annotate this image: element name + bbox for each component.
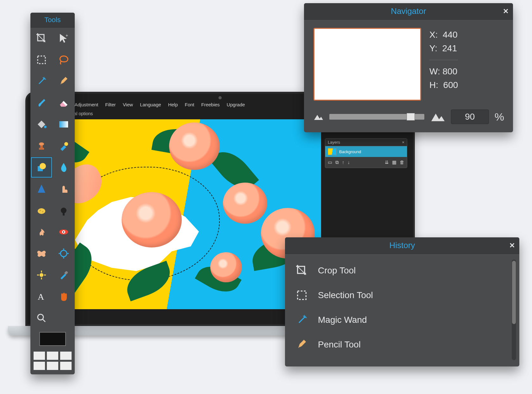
menu-item-freebies[interactable]: Freebies: [201, 102, 220, 107]
navigator-stats: X: 440 Y: 241 W: 800 H: 600: [429, 28, 458, 92]
color-replace-tool[interactable]: [53, 135, 75, 157]
gradient-tool[interactable]: [53, 114, 75, 135]
flatten-icon[interactable]: ▦: [392, 159, 396, 165]
zoom-out-icon[interactable]: [313, 113, 324, 121]
bandage-icon: [36, 248, 47, 259]
new-layer-icon[interactable]: ▭: [328, 159, 332, 165]
clone-stamp-tool[interactable]: [30, 135, 53, 157]
navigator-title: Navigator: [391, 6, 426, 16]
history-item-3[interactable]: Pencil Tool: [291, 332, 513, 357]
tool-presets[interactable]: [30, 349, 75, 374]
brush-tool[interactable]: [30, 92, 53, 114]
magic-wand-tool[interactable]: [30, 71, 53, 92]
bloat-icon: [58, 248, 69, 259]
navigator-panel[interactable]: Navigator ✕ X: 440 Y: 241 W: 800 H: 600 …: [304, 3, 513, 132]
dodge-icon: [58, 205, 69, 216]
scrollbar-thumb[interactable]: [512, 261, 516, 324]
nav-h-value: 600: [443, 80, 458, 90]
editor-canvas[interactable]: [33, 119, 321, 309]
duplicate-layer-icon[interactable]: ⧉: [335, 159, 339, 165]
eraser-icon: [58, 97, 69, 109]
history-item-1[interactable]: Selection Tool: [291, 283, 513, 308]
stamp-icon: [36, 140, 47, 152]
move-tool[interactable]: [53, 28, 75, 49]
zoom-slider[interactable]: [329, 114, 424, 120]
color-swatch[interactable]: [39, 332, 66, 346]
text-tool[interactable]: [30, 286, 53, 307]
dodge-tool[interactable]: [53, 200, 75, 221]
nav-x-value: 440: [443, 30, 458, 40]
shape-tool[interactable]: [30, 157, 53, 178]
pencil-icon: [294, 337, 309, 352]
spot-heal-tool[interactable]: [30, 243, 53, 264]
close-icon[interactable]: ×: [402, 140, 404, 145]
zoom-value-input[interactable]: 90: [451, 109, 489, 124]
delete-layer-icon[interactable]: 🗑: [400, 159, 404, 165]
nav-y-label: Y:: [429, 43, 437, 53]
zoom-tool[interactable]: [30, 307, 53, 329]
menu-item-help[interactable]: Help: [168, 102, 178, 107]
zoom-slider-thumb[interactable]: [407, 113, 415, 121]
history-item-2[interactable]: Magic Wand: [291, 308, 513, 332]
sharpen-tool[interactable]: [30, 178, 53, 200]
close-icon[interactable]: ✕: [503, 7, 509, 16]
menu-item-adjustment[interactable]: Adjustment: [74, 102, 98, 107]
history-item-label: Selection Tool: [318, 290, 373, 300]
tools-panel[interactable]: Tools: [30, 13, 75, 374]
close-icon[interactable]: ✕: [509, 241, 515, 250]
camera-dot: [218, 96, 222, 99]
nav-x-label: X:: [429, 30, 438, 40]
menu-item-view[interactable]: View: [123, 102, 133, 107]
layers-panel[interactable]: Layers × Background ▭ ⧉ ↑ ↓ ⇊ ▦ 🗑: [325, 138, 407, 168]
burn-tool[interactable]: [30, 221, 53, 243]
pinch-tool[interactable]: [30, 264, 53, 286]
hand-tool[interactable]: [53, 286, 75, 307]
history-item-label: Crop Tool: [318, 266, 356, 276]
layer-thumbnail: [328, 148, 337, 155]
lasso-icon: [58, 54, 69, 66]
burn-icon: [36, 226, 47, 238]
text-icon: [36, 291, 47, 302]
marquee-icon: [294, 288, 309, 303]
history-item-0[interactable]: Crop Tool: [291, 258, 513, 283]
history-item-label: Magic Wand: [318, 315, 367, 325]
color-picker-tool[interactable]: [53, 264, 75, 286]
history-title: History: [390, 241, 415, 250]
sponge-tool[interactable]: [30, 200, 53, 221]
hand-icon: [58, 291, 69, 302]
move-up-icon[interactable]: ↑: [342, 159, 345, 165]
move-down-icon[interactable]: ↓: [348, 159, 350, 165]
nav-y-value: 241: [442, 43, 457, 53]
smudge-tool[interactable]: [53, 178, 75, 200]
pencil-tool[interactable]: [53, 71, 75, 92]
layers-ops: ▭ ⧉ ↑ ↓ ⇊ ▦ 🗑: [325, 157, 407, 168]
menu-item-language[interactable]: Language: [140, 102, 161, 107]
gradient-icon: [58, 119, 69, 130]
blur-tool[interactable]: [53, 157, 75, 178]
colorreplace-icon: [58, 140, 69, 152]
percent-label: %: [495, 111, 504, 123]
merge-icon[interactable]: ⇊: [385, 159, 389, 165]
bucket-icon: [36, 119, 47, 130]
menu-item-filter[interactable]: Filter: [105, 102, 116, 107]
history-item-label: Pencil Tool: [318, 340, 361, 350]
crop-icon: [36, 33, 47, 44]
navigator-preview[interactable]: [314, 28, 421, 101]
red-eye-tool[interactable]: [53, 221, 75, 243]
eraser-tool[interactable]: [53, 92, 75, 114]
paint-bucket-tool[interactable]: [30, 114, 53, 135]
menu-item-upgrade[interactable]: Upgrade: [227, 102, 245, 107]
zoom-in-icon[interactable]: [430, 112, 445, 122]
menu-item-font[interactable]: Font: [185, 102, 194, 107]
history-panel[interactable]: History ✕ Crop ToolSelection ToolMagic W…: [285, 237, 519, 366]
bloat-tool[interactable]: [53, 243, 75, 264]
marquee-icon: [36, 54, 47, 66]
layer-row[interactable]: Background: [325, 146, 407, 157]
rect-select-tool[interactable]: [30, 49, 53, 71]
lasso-tool[interactable]: [53, 49, 75, 71]
eye-icon: [58, 226, 69, 238]
shapes-icon: [36, 162, 47, 173]
crop-tool[interactable]: [30, 28, 53, 49]
sponge-icon: [36, 205, 47, 216]
history-scrollbar[interactable]: [512, 260, 516, 360]
